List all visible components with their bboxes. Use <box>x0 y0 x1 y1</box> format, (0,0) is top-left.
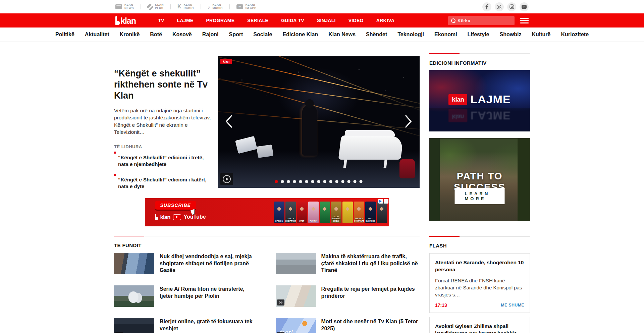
klan-music-link[interactable]: ♪ KLANMUSIC <box>208 3 223 10</box>
slide-dot[interactable] <box>299 180 302 183</box>
news-item[interactable]: Nuk dihej vendndodhja e saj, mjekja shqi… <box>114 253 258 274</box>
facebook-icon[interactable] <box>482 2 491 11</box>
related-label: TË LIDHURA <box>114 144 215 149</box>
news-thumbnail[interactable]: moti <box>276 318 316 333</box>
slide-dot[interactable] <box>329 180 332 183</box>
subnav-kulture[interactable]: Kulturë <box>532 32 550 38</box>
subnav-politike[interactable]: Politikë <box>55 32 74 38</box>
klan-radio-link[interactable]: K KLANRADIO <box>177 3 194 10</box>
news-title[interactable]: Rregulla të reja për fëmijët pa kujdes p… <box>321 285 420 307</box>
subscribe-button[interactable]: SUBSCRIBE <box>155 201 196 210</box>
subnav-kosove[interactable]: Kosovë <box>172 32 192 38</box>
slide-dot[interactable] <box>354 180 357 183</box>
subnav-shendet[interactable]: Shëndet <box>366 32 387 38</box>
slide-dot[interactable] <box>347 180 351 183</box>
klan-news-link[interactable]: KLANNEWS <box>115 3 134 10</box>
slide-dot-active[interactable] <box>275 180 278 183</box>
subnav-bote[interactable]: Botë <box>150 32 162 38</box>
latest-heading: TE FUNDIT <box>114 242 420 248</box>
news-thumbnail[interactable] <box>114 253 154 274</box>
news-thumbnail[interactable] <box>276 253 316 274</box>
news-title[interactable]: Moti sot dhe nesër në Tv Klan (5 Tetor 2… <box>321 318 420 333</box>
subnav-aktualitet[interactable]: Aktualitet <box>85 32 109 38</box>
slide-dot[interactable] <box>293 180 296 183</box>
youtube-subscribe-ad[interactable]: SUBSCRIBE klan YouTube OPINION E DIELA S… <box>145 198 389 226</box>
slide-dot[interactable] <box>281 180 284 183</box>
lajme-edition-promo[interactable]: klan LAJME klan LAJME <box>429 70 530 131</box>
youtube-wordmark: YouTube <box>184 214 206 220</box>
slide-dot[interactable] <box>323 180 326 183</box>
sidebar-display-ad[interactable]: PATH TO SUCCESS LEARN MORE <box>429 138 530 221</box>
news-title[interactable]: Blerjet online, gratë të fokusuara tek v… <box>160 318 258 333</box>
subnav-klan-news[interactable]: Klan News <box>328 32 356 38</box>
adchoices-controls: ⋮ <box>378 199 388 204</box>
search-box[interactable] <box>448 16 515 25</box>
hero-section: “Këngët e shekullit” rikthehen sonte në … <box>114 53 420 189</box>
video-play-button[interactable] <box>220 173 233 185</box>
menu-item-guida-tv[interactable]: GUIDA TV <box>281 18 304 23</box>
learn-more-button[interactable]: LEARN MORE <box>455 188 505 204</box>
search-icon[interactable] <box>451 18 455 22</box>
hero-carousel[interactable]: klan <box>218 56 420 188</box>
hamburger-menu-icon[interactable] <box>520 18 529 23</box>
subnav-kuriozitete[interactable]: Kuriozitete <box>561 32 589 38</box>
subnav-showbiz[interactable]: Showbiz <box>500 32 522 38</box>
subnav-sport[interactable]: Sport <box>229 32 243 38</box>
flash-card[interactable]: Avokati Gylsen Zhllima shpall kandidatur… <box>429 317 530 333</box>
subnav-edicione-klan[interactable]: Edicione Klan <box>282 32 318 38</box>
news-thumbnail[interactable] <box>114 318 154 333</box>
subnav-ekonomi[interactable]: Ekonomi <box>434 32 457 38</box>
menu-item-sinjali[interactable]: SINJALI <box>317 18 336 23</box>
menu-item-lajme[interactable]: LAJME <box>177 18 194 23</box>
instagram-icon[interactable] <box>507 2 516 11</box>
slide-dot[interactable] <box>311 180 314 183</box>
klani-im-app-link[interactable]: im KLANIIM APP <box>236 3 257 10</box>
slide-dot[interactable] <box>317 180 320 183</box>
slide-dot[interactable] <box>305 180 308 183</box>
tvklan-logo-text: klan <box>120 17 136 25</box>
ad-options-icon[interactable]: ⋮ <box>384 199 388 204</box>
menu-item-tv[interactable]: TV <box>158 18 164 23</box>
flash-title[interactable]: Atentati në Sarandë, shoqërohen 10 perso… <box>435 259 524 273</box>
subnav-teknologji[interactable]: Teknologji <box>397 32 424 38</box>
slide-dot[interactable] <box>335 180 338 183</box>
menu-item-programe[interactable]: PROGRAME <box>206 18 234 23</box>
news-thumbnail[interactable] <box>276 285 316 307</box>
flash-title[interactable]: Avokati Gylsen Zhllima shpall kandidatur… <box>435 323 524 333</box>
show-tile: PRO BUSINESS <box>365 202 376 223</box>
news-item[interactable]: Blerjet online, gratë të fokusuara tek v… <box>114 318 258 333</box>
search-input[interactable] <box>458 18 508 23</box>
menu-item-video[interactable]: VIDEO <box>348 18 364 23</box>
news-item[interactable]: Serie A/ Roma fiton në transfertë, tjetë… <box>114 285 258 307</box>
hero-title[interactable]: “Këngët e shekullit” rikthehen sonte në … <box>114 68 215 101</box>
news-title[interactable]: Nuk dihej vendndodhja e saj, mjekja shqi… <box>160 253 258 274</box>
news-item[interactable]: Makina të shkatërruara dhe trafik, çfarë… <box>276 253 420 274</box>
subnav-sociale[interactable]: Sociale <box>253 32 272 38</box>
news-item[interactable]: moti Moti sot dhe nesër në Tv Klan (5 Te… <box>276 318 420 333</box>
menu-item-arkiva[interactable]: ARKIVA <box>376 18 394 23</box>
subnav-kronike[interactable]: Kronikë <box>120 32 140 38</box>
carousel-next-arrow[interactable] <box>405 115 412 129</box>
youtube-icon[interactable] <box>520 2 529 11</box>
news-title[interactable]: Serie A/ Roma fiton në transfertë, tjetë… <box>160 285 258 307</box>
more-link[interactable]: MË SHUMË <box>501 303 524 308</box>
slide-dot[interactable] <box>287 180 290 183</box>
subnav-rajoni[interactable]: Rajoni <box>202 32 219 38</box>
slide-dot[interactable] <box>341 180 344 183</box>
news-title[interactable]: Makina të shkatërruara dhe trafik, çfarë… <box>321 253 420 274</box>
slide-dot[interactable] <box>360 180 363 183</box>
klan-plus-link[interactable]: KLANPLUS <box>148 3 164 10</box>
news-thumbnail[interactable] <box>114 285 154 307</box>
flash-card[interactable]: Atentati në Sarandë, shoqërohen 10 perso… <box>429 253 530 313</box>
menu-item-seriale[interactable]: SERIALE <box>247 18 268 23</box>
related-article[interactable]: “Këngët e Shekullit” edicioni i katërt, … <box>114 176 215 189</box>
hero-excerpt: Vetëm pak orë na ndajnë nga startimi i p… <box>114 107 215 136</box>
subnav-lifestyle[interactable]: Lifestyle <box>468 32 489 38</box>
tvklan-logo[interactable]: klan <box>115 16 136 25</box>
related-article[interactable]: “Këngët e Shekullit” edicioni i tretë, n… <box>114 154 215 167</box>
x-icon[interactable] <box>495 2 504 11</box>
news-item[interactable]: Rregulla të reja për fëmijët pa kujdes p… <box>276 285 420 307</box>
singer-silhouette <box>302 105 317 156</box>
carousel-prev-arrow[interactable] <box>225 115 232 129</box>
adchoices-icon[interactable] <box>378 199 383 204</box>
